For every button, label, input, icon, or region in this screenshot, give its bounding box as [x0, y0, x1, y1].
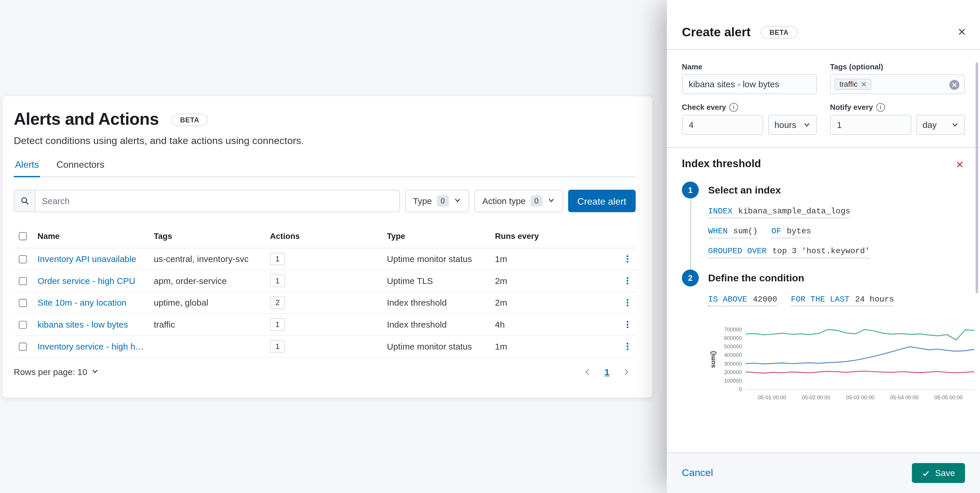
- cell-runs-every: 2m: [493, 292, 613, 314]
- chevron-down-icon: [803, 121, 811, 129]
- row-actions-menu-icon[interactable]: [622, 319, 633, 330]
- cell-tags: [151, 336, 267, 357]
- tags-combobox[interactable]: traffic: [830, 75, 965, 94]
- cell-tags: apm, order-service: [151, 270, 267, 292]
- when-expression[interactable]: WHENsum(): [708, 227, 757, 239]
- filter-type-label: Type: [413, 196, 432, 206]
- of-expression[interactable]: OFbytes: [772, 227, 811, 239]
- close-icon[interactable]: [956, 26, 967, 38]
- alert-name-link[interactable]: kibana sites - low bytes: [38, 319, 128, 329]
- svg-text:05-02 00:00: 05-02 00:00: [802, 395, 830, 401]
- tags-field: Tags (optional) traffic: [830, 62, 965, 94]
- table-row: kibana sites - low bytestraffic1Index th…: [14, 314, 636, 336]
- save-label: Save: [935, 468, 955, 478]
- svg-text:300000: 300000: [724, 361, 742, 367]
- row-checkbox[interactable]: [19, 342, 27, 350]
- filter-action-type-button[interactable]: Action type 0: [474, 190, 563, 212]
- info-icon: i: [876, 103, 885, 112]
- tab-connectors[interactable]: Connectors: [55, 159, 105, 177]
- step-define-condition: 2 Define the condition IS ABOVE42000 FOR…: [682, 269, 965, 417]
- rows-per-page-label: Rows per page: 10: [14, 367, 88, 377]
- search-bar: [14, 190, 400, 212]
- svg-text:05-03 00:00: 05-03 00:00: [846, 395, 875, 401]
- row-checkbox[interactable]: [19, 299, 27, 307]
- alert-type-title: Index threshold: [682, 158, 761, 170]
- alert-name-link[interactable]: Inventory API unavailable: [38, 254, 136, 264]
- alert-name-link[interactable]: Inventory service - high heap: [38, 341, 150, 351]
- time-window-expression[interactable]: FOR THE LAST24 hours: [791, 295, 894, 306]
- row-checkbox[interactable]: [19, 255, 27, 263]
- cell-runs-every: 1m: [493, 248, 613, 270]
- row-checkbox[interactable]: [19, 277, 27, 285]
- next-page-icon[interactable]: [622, 368, 631, 376]
- table-footer: Rows per page: 10 1: [14, 367, 636, 377]
- filter-type-button[interactable]: Type 0: [405, 190, 469, 212]
- search-icon: [14, 190, 35, 212]
- step-number: 1: [682, 182, 699, 198]
- create-alert-flyout: Create alert BETA Name Tags (optional) t…: [667, 0, 980, 493]
- cell-runs-every: 1m: [493, 336, 613, 357]
- svg-text:05-04 00:00: 05-04 00:00: [890, 395, 919, 401]
- alerts-and-actions-panel: Alerts and Actions BETA Detect condition…: [3, 96, 653, 398]
- search-input[interactable]: [35, 190, 400, 212]
- row-actions-menu-icon[interactable]: [622, 341, 633, 352]
- cell-tags: traffic: [151, 314, 267, 336]
- cell-tags: uptime, global: [151, 292, 267, 314]
- check-every-input[interactable]: [682, 115, 763, 135]
- alert-name-link[interactable]: Site 10m - any location: [38, 298, 127, 308]
- row-actions-menu-icon[interactable]: [622, 297, 633, 308]
- page-number[interactable]: 1: [605, 367, 609, 377]
- flyout-title: Create alert: [682, 25, 751, 39]
- grouped-over-expression[interactable]: GROUPED OVERtop 3 'host.keyword': [708, 246, 870, 258]
- alert-name-input[interactable]: [682, 75, 817, 94]
- previous-page-icon[interactable]: [583, 368, 592, 376]
- actions-count-badge: 2: [270, 296, 285, 309]
- remove-alert-type-icon[interactable]: [955, 159, 965, 169]
- threshold-preview-chart: 0100000200000300000400000500000600000700…: [708, 324, 965, 406]
- rows-per-page-button[interactable]: Rows per page: 10: [14, 367, 99, 377]
- notify-every-input[interactable]: [830, 115, 911, 135]
- tag-chip-label: traffic: [839, 80, 858, 89]
- check-every-unit-select[interactable]: hours: [768, 115, 817, 135]
- chevron-down-icon: [951, 121, 959, 129]
- save-button[interactable]: Save: [912, 463, 965, 483]
- cell-type: Index threshold: [385, 292, 493, 314]
- threshold-expression[interactable]: IS ABOVE42000: [708, 295, 777, 306]
- index-expression[interactable]: INDEXkibana_sample_data_logs: [708, 207, 850, 219]
- table-header-row: Name Tags Actions Type Runs every: [14, 225, 636, 248]
- check-every-unit-value: hours: [774, 120, 796, 130]
- tab-alerts[interactable]: Alerts: [14, 159, 40, 178]
- row-checkbox[interactable]: [19, 320, 27, 329]
- header-name: Name: [35, 225, 151, 248]
- table-row: Order service - high CPUapm, order-servi…: [14, 270, 636, 292]
- beta-badge: BETA: [761, 26, 797, 38]
- chevron-down-icon: [91, 367, 99, 377]
- row-actions-menu-icon[interactable]: [622, 253, 633, 264]
- svg-text:sum(): sum(): [710, 351, 716, 368]
- notify-every-unit-select[interactable]: day: [916, 115, 965, 135]
- toolbar: Type 0 Action type 0 Create alert: [14, 190, 636, 212]
- remove-tag-icon: [861, 82, 866, 87]
- row-actions-menu-icon[interactable]: [622, 275, 633, 286]
- flyout-body: Name Tags (optional) traffic: [667, 50, 980, 453]
- screen: Alerts and Actions BETA Detect condition…: [0, 0, 980, 493]
- name-field: Name: [682, 62, 817, 94]
- actions-count-badge: 1: [270, 340, 285, 353]
- pagination: 1: [583, 367, 631, 377]
- cell-runs-every: 4h: [493, 314, 613, 336]
- notify-every-field: Notify every i day: [830, 103, 965, 135]
- alerts-table: Name Tags Actions Type Runs every Invent…: [14, 225, 636, 357]
- tag-chip[interactable]: traffic: [834, 79, 871, 90]
- cancel-button[interactable]: Cancel: [682, 468, 713, 479]
- flyout-footer: Cancel Save: [667, 452, 980, 493]
- chevron-down-icon: [453, 196, 461, 206]
- clear-tags-icon[interactable]: [950, 80, 959, 90]
- alerts-table-body: Inventory API unavailableus-central, inv…: [14, 248, 636, 357]
- select-all-checkbox[interactable]: [19, 232, 27, 240]
- table-row: Inventory API unavailableus-central, inv…: [14, 248, 636, 270]
- flyout-scrollbar[interactable]: [975, 62, 978, 293]
- create-alert-button[interactable]: Create alert: [568, 190, 636, 212]
- step-number: 2: [682, 269, 699, 287]
- alert-name-link[interactable]: Order service - high CPU: [38, 276, 135, 286]
- svg-text:200000: 200000: [724, 369, 742, 375]
